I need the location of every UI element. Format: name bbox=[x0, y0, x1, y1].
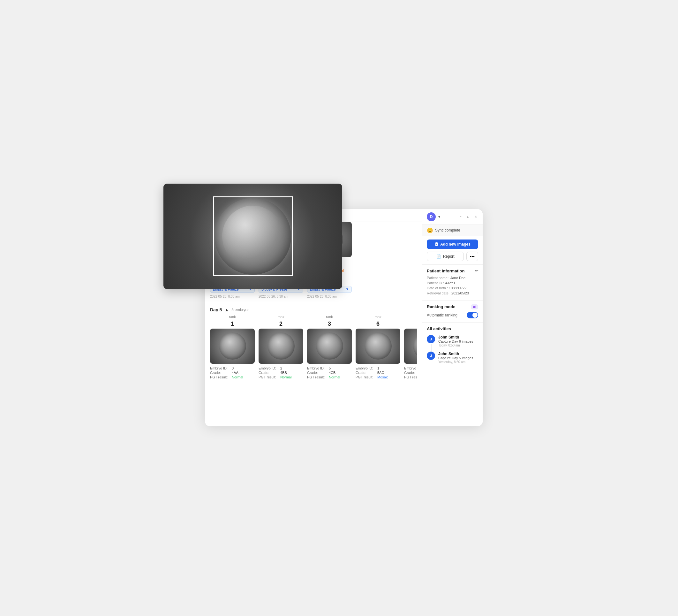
day5-embryo-card-rank2: rank 2 Embryo ID:2 Grade:4BB PGT result:… bbox=[259, 315, 303, 381]
rank-number: 1 bbox=[210, 321, 255, 327]
activity-avatar-0: J bbox=[427, 335, 435, 343]
rank-number: 7 bbox=[404, 321, 417, 327]
embryo-info-d5-3: Embryo ID:3 Grade:4AA PGT result:Normal bbox=[210, 365, 255, 381]
embryo-info-d5-4: Embryo ID:4 Grade:3CC PGT result:Not tes… bbox=[404, 365, 417, 381]
secondary-actions: 📄 Report ••• bbox=[427, 252, 478, 261]
more-button[interactable]: ••• bbox=[466, 252, 478, 261]
embryo-image-d5-1[interactable] bbox=[355, 329, 400, 364]
embryo-image-d5-5[interactable] bbox=[307, 329, 352, 364]
embryo-image-d5-3[interactable] bbox=[210, 329, 255, 364]
activity-content-0: John Smith Capture Day 6 images Today, 8… bbox=[438, 335, 478, 347]
activity-item-0: J John Smith Capture Day 6 images Today,… bbox=[427, 335, 478, 347]
selection-box bbox=[213, 196, 293, 276]
activities-section: All activities J John Smith Capture Day … bbox=[422, 323, 483, 372]
maximize-button[interactable]: □ bbox=[466, 215, 470, 219]
right-panel: D ▾ − □ × 😊 Sync complete 🖼 Add new imag… bbox=[422, 209, 483, 426]
panel-actions: 🖼 Add new images 📄 Report ••• bbox=[422, 236, 483, 265]
day5-embryo-card-rank7: rank 7 Embryo ID:4 Grade:3CC PGT result:… bbox=[404, 315, 417, 381]
minimize-button[interactable]: − bbox=[458, 215, 463, 219]
report-button[interactable]: 📄 Report bbox=[427, 252, 464, 261]
rank-label: rank bbox=[355, 315, 400, 319]
rank-number: 2 bbox=[259, 321, 303, 327]
timestamp-8: 2022-05-26, 8:30 am bbox=[210, 295, 255, 298]
embryo-image-d5-4[interactable] bbox=[404, 329, 417, 364]
report-icon: 📄 bbox=[436, 254, 441, 259]
close-button[interactable]: × bbox=[474, 215, 478, 219]
ranking-mode-section: Ranking mode AI Automatic ranking bbox=[422, 300, 483, 323]
embryo-info-d5-2: Embryo ID:2 Grade:4BB PGT result:Normal bbox=[259, 365, 303, 381]
activity-name-0: John Smith bbox=[438, 335, 478, 339]
rank-label: rank bbox=[307, 315, 352, 319]
embryo-info-d5-1: Embryo ID:1 Grade:5AC PGT result:Mosaic bbox=[355, 365, 400, 381]
title-bar-left: D ▾ bbox=[427, 212, 440, 221]
activity-item-1: J John Smith Capture Day 5 images Yester… bbox=[427, 352, 478, 364]
edit-icon[interactable]: ✏ bbox=[475, 268, 478, 273]
embryo-image-d5-2[interactable] bbox=[259, 329, 303, 364]
activity-action-0: Capture Day 6 images bbox=[438, 339, 478, 343]
auto-ranking-toggle[interactable] bbox=[467, 312, 478, 318]
activity-time-0: Today, 8:50 am bbox=[438, 343, 478, 347]
patient-info-title: Patient Information ✏ bbox=[427, 268, 478, 274]
ai-badge: AI bbox=[471, 304, 478, 310]
microscope-overlay bbox=[163, 184, 342, 289]
day5-section: Day 5 ▲ 5 embryos rank 1 bbox=[210, 303, 417, 381]
add-images-icon: 🖼 bbox=[435, 242, 438, 247]
rank-label: rank bbox=[210, 315, 255, 319]
patient-id-row: Patient ID : 432YT bbox=[427, 281, 478, 285]
title-bar-controls: − □ × bbox=[458, 215, 478, 219]
timestamp-7: 2022-05-26, 8:30 am bbox=[259, 295, 303, 298]
day5-header: Day 5 ▲ 5 embryos bbox=[210, 303, 417, 315]
ranking-row: Automatic ranking bbox=[427, 312, 478, 318]
auto-ranking-label: Automatic ranking bbox=[427, 313, 457, 318]
add-images-button[interactable]: 🖼 Add new images bbox=[427, 240, 478, 249]
title-bar: D ▾ − □ × bbox=[422, 209, 483, 225]
patient-name-row: Patient name : Jane Doe bbox=[427, 276, 478, 280]
day5-label: Day 5 bbox=[210, 307, 222, 312]
sync-icon: 😊 bbox=[427, 227, 433, 233]
patient-information-section: Patient Information ✏ Patient name : Jan… bbox=[422, 265, 483, 300]
day5-embryo-row: rank 1 Embryo ID:3 Grade:4AA PGT result:… bbox=[210, 315, 417, 381]
timestamp-6: 2022-05-26, 8:30 am bbox=[307, 295, 352, 298]
ranking-mode-title: Ranking mode AI bbox=[427, 304, 478, 310]
activity-content-1: John Smith Capture Day 5 images Yesterda… bbox=[438, 352, 478, 364]
day5-embryo-card-rank6: rank 6 Embryo ID:1 Grade:5AC PGT result:… bbox=[355, 315, 400, 381]
patient-dob-row: Date of birth : 1988/11/22 bbox=[427, 286, 478, 290]
embryo-info-d5-5: Embryo ID:5 Grade:4CB PGT result:Normal bbox=[307, 365, 352, 381]
sync-banner: 😊 Sync complete bbox=[422, 225, 483, 236]
microscope-image bbox=[163, 184, 342, 289]
day5-arrow[interactable]: ▲ bbox=[224, 307, 229, 312]
chevron-down-icon[interactable]: ▾ bbox=[438, 215, 440, 219]
activity-avatar-1: J bbox=[427, 352, 435, 360]
day5-count: 5 embryos bbox=[231, 307, 249, 312]
rank-label: rank bbox=[259, 315, 303, 319]
patient-retrieval-row: Retrieval date : 2021/05/23 bbox=[427, 291, 478, 295]
rank-number: 6 bbox=[355, 321, 400, 327]
activity-time-1: Yesterday, 8:50 am bbox=[438, 360, 478, 364]
sync-text: Sync complete bbox=[435, 228, 460, 232]
avatar: D bbox=[427, 212, 436, 221]
activities-title: All activities bbox=[427, 326, 478, 331]
rank-label: rank bbox=[404, 315, 417, 319]
day5-embryo-card-rank1: rank 1 Embryo ID:3 Grade:4AA PGT result:… bbox=[210, 315, 255, 381]
day5-embryo-card-rank3: rank 3 Embryo ID:5 Grade:4CB PGT result:… bbox=[307, 315, 352, 381]
more-icon: ••• bbox=[470, 254, 475, 259]
activity-action-1: Capture Day 5 images bbox=[438, 356, 478, 360]
activity-name-1: John Smith bbox=[438, 352, 478, 356]
rank-number: 3 bbox=[307, 321, 352, 327]
